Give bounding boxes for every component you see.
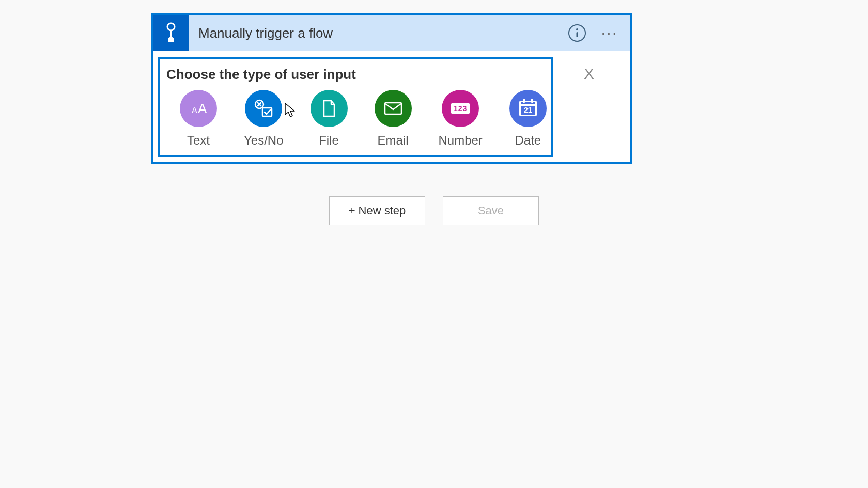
option-label: Yes/No bbox=[244, 133, 284, 148]
info-button[interactable] bbox=[568, 24, 586, 42]
input-type-yesno[interactable]: Yes/No bbox=[244, 90, 284, 148]
input-type-date[interactable]: 21 Date bbox=[509, 90, 547, 148]
svg-rect-3 bbox=[576, 32, 578, 37]
input-type-file[interactable]: File bbox=[311, 90, 348, 148]
save-button[interactable]: Save bbox=[443, 196, 539, 225]
option-label: Email bbox=[377, 133, 408, 148]
input-type-text[interactable]: A A Text bbox=[180, 90, 217, 148]
file-icon bbox=[311, 90, 348, 127]
email-icon bbox=[375, 90, 412, 127]
header-actions: ··· bbox=[568, 23, 630, 43]
close-panel-button[interactable]: X bbox=[581, 65, 597, 83]
svg-point-2 bbox=[576, 28, 578, 30]
new-step-button[interactable]: + New step bbox=[329, 196, 425, 225]
card-header: Manually trigger a flow ··· bbox=[153, 15, 630, 51]
yesno-icon bbox=[245, 90, 282, 127]
panel-title: Choose the type of user input bbox=[166, 67, 545, 83]
card-body: Choose the type of user input A A Text bbox=[153, 51, 630, 162]
svg-text:A: A bbox=[192, 106, 197, 115]
option-label: Date bbox=[515, 133, 541, 148]
trigger-card: Manually trigger a flow ··· Choose the t… bbox=[151, 13, 632, 164]
text-icon: A A bbox=[180, 90, 217, 127]
input-type-email[interactable]: Email bbox=[375, 90, 412, 148]
input-type-panel: Choose the type of user input A A Text bbox=[158, 57, 553, 157]
input-type-number[interactable]: 123 Number bbox=[439, 90, 483, 148]
number-icon: 123 bbox=[442, 90, 479, 127]
option-label: Text bbox=[187, 133, 210, 148]
input-type-options: A A Text bbox=[164, 90, 547, 148]
option-label: File bbox=[319, 133, 339, 148]
date-icon: 21 bbox=[509, 90, 547, 127]
flow-actions: + New step Save bbox=[0, 196, 868, 225]
more-options-button[interactable]: ··· bbox=[598, 23, 621, 43]
trigger-icon bbox=[153, 15, 189, 51]
close-column: X bbox=[553, 57, 625, 157]
svg-text:A: A bbox=[198, 101, 207, 116]
svg-rect-9 bbox=[262, 108, 272, 116]
option-label: Number bbox=[439, 133, 483, 148]
card-title: Manually trigger a flow bbox=[189, 25, 568, 41]
svg-point-0 bbox=[167, 23, 175, 30]
